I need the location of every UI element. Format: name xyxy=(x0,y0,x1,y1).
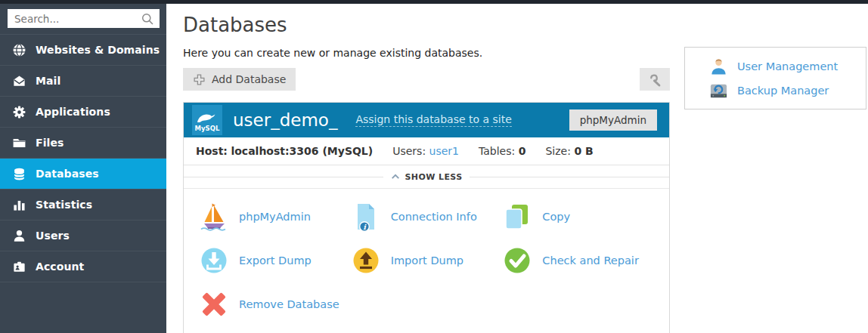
globe-icon xyxy=(11,42,26,57)
show-less-label: SHOW LESS xyxy=(405,172,463,182)
phpmyadmin-button[interactable]: phpMyAdmin xyxy=(569,109,657,131)
user-management-link[interactable]: User Management xyxy=(708,54,866,79)
sidebar-item-mail[interactable]: Mail xyxy=(0,65,166,96)
size-info: Size: 0 B xyxy=(545,145,593,157)
remove-database-icon xyxy=(199,289,229,319)
sidebar-item-label: Databases xyxy=(36,168,99,180)
users-label: Users: xyxy=(392,145,426,157)
action-label: Import Dump xyxy=(391,254,463,267)
action-connection-info[interactable]: i Connection Info xyxy=(351,198,503,236)
related-tools-panel: User Management Backup Manager xyxy=(684,47,866,109)
show-less-row: SHOW LESS xyxy=(184,165,669,189)
divider-line xyxy=(184,177,383,177)
search-input[interactable] xyxy=(8,9,160,28)
gear-icon xyxy=(11,104,26,119)
sidebar-item-applications[interactable]: Applications xyxy=(0,96,166,127)
sidebar-item-statistics[interactable]: Statistics xyxy=(0,189,166,220)
sidebar-item-label: Statistics xyxy=(36,199,92,211)
page-title: Databases xyxy=(183,14,287,36)
action-label: Copy xyxy=(542,211,570,223)
search-icon[interactable] xyxy=(141,12,154,26)
backup-manager-icon xyxy=(708,81,728,100)
action-label: Connection Info xyxy=(391,211,477,223)
sidebar-item-label: Users xyxy=(36,230,70,242)
mysql-logo-icon: MySQL xyxy=(192,105,222,135)
size-value: 0 B xyxy=(574,145,593,157)
bar-chart-icon xyxy=(11,197,26,212)
sidebar-item-label: Files xyxy=(36,137,64,149)
action-remove-database[interactable]: Remove Database xyxy=(199,285,351,323)
id-badge-icon xyxy=(11,259,26,274)
users-value-link[interactable]: user1 xyxy=(429,145,459,157)
mail-icon xyxy=(11,73,26,88)
check-and-repair-icon xyxy=(502,245,532,276)
host-value: localhost:3306 (MySQL) xyxy=(231,145,373,157)
add-database-label: Add Database xyxy=(212,73,286,85)
sidebar-item-files[interactable]: Files xyxy=(0,127,166,158)
assign-database-link[interactable]: Assign this database to a site xyxy=(355,113,511,127)
svg-text:MySQL: MySQL xyxy=(195,125,220,132)
plus-icon xyxy=(193,73,206,86)
divider-line xyxy=(470,177,669,177)
size-label: Size: xyxy=(545,145,570,157)
backup-manager-link[interactable]: Backup Manager xyxy=(708,79,866,103)
action-label: Export Dump xyxy=(239,254,312,267)
tables-value: 0 xyxy=(519,145,526,157)
action-check-and-repair[interactable]: Check and Repair xyxy=(502,242,654,279)
sidebar-item-label: Applications xyxy=(36,106,110,118)
host-info: Host: localhost:3306 (MySQL) xyxy=(196,145,373,157)
user-management-icon xyxy=(708,57,728,76)
main-content: Databases Here you can create new or man… xyxy=(166,4,868,333)
action-export-dump[interactable]: Export Dump xyxy=(199,242,351,279)
add-database-button[interactable]: Add Database xyxy=(183,68,296,91)
host-label: Host: xyxy=(196,145,228,157)
sidebar-item-label: Mail xyxy=(36,75,60,87)
sidebar-item-users[interactable]: Users xyxy=(0,220,166,251)
action-label: phpMyAdmin xyxy=(239,211,311,223)
action-label: Check and Repair xyxy=(542,254,639,267)
sidebar-item-label: Account xyxy=(36,261,84,273)
sidebar-item-databases[interactable]: Databases xyxy=(0,158,166,189)
sidebar-item-account[interactable]: Account xyxy=(0,251,166,282)
action-phpmyadmin[interactable]: phpMyAdmin xyxy=(199,198,351,236)
show-less-toggle[interactable]: SHOW LESS xyxy=(391,172,463,182)
database-actions: phpMyAdmin i Connection Info xyxy=(184,189,669,333)
wrench-icon[interactable] xyxy=(640,68,670,91)
database-name: user_demo_ xyxy=(233,110,337,130)
database-card-header: MySQL user_demo_ Assign this database to… xyxy=(184,103,669,137)
database-info-row: Host: localhost:3306 (MySQL) Users: user… xyxy=(184,137,669,165)
database-card: MySQL user_demo_ Assign this database to… xyxy=(183,102,670,333)
panel-item-label: User Management xyxy=(737,60,838,72)
toolbar: Add Database xyxy=(183,68,670,91)
plesk-app: Websites & Domains Mail xyxy=(0,0,868,333)
import-dump-icon xyxy=(351,245,381,276)
database-icon xyxy=(11,166,26,181)
action-label: Remove Database xyxy=(239,298,339,310)
chevron-up-icon xyxy=(391,174,400,180)
page-subtitle: Here you can create new or manage existi… xyxy=(183,47,482,59)
user-icon xyxy=(11,228,26,243)
connection-info-icon: i xyxy=(351,202,381,232)
export-dump-icon xyxy=(199,245,229,276)
action-copy[interactable]: Copy xyxy=(502,198,654,236)
phpmyadmin-sailboat-icon xyxy=(199,202,229,232)
sidebar-item-label: Websites & Domains xyxy=(36,44,160,56)
tables-label: Tables: xyxy=(479,145,515,157)
sidebar-divider xyxy=(0,282,166,282)
action-import-dump[interactable]: Import Dump xyxy=(351,242,503,279)
sidebar-item-websites-domains[interactable]: Websites & Domains xyxy=(0,34,166,65)
copy-icon xyxy=(502,202,532,232)
sidebar-search xyxy=(8,9,160,28)
sidebar: Websites & Domains Mail xyxy=(0,4,166,333)
users-info: Users: user1 xyxy=(392,145,459,157)
folder-icon xyxy=(11,135,26,150)
tables-info: Tables: 0 xyxy=(479,145,525,157)
panel-item-label: Backup Manager xyxy=(737,85,829,97)
